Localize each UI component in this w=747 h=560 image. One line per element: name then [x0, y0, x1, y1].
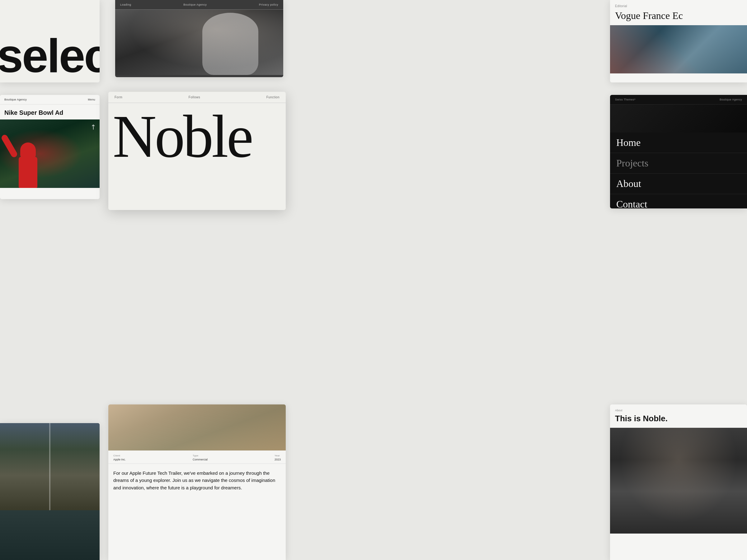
card-mid-left: Boutique Agency Menu Nike Super Bowl Ad … [0, 95, 100, 199]
meta-type: Type Commercial [193, 454, 208, 461]
nav-function[interactable]: Function [266, 96, 280, 99]
project-description: For our Apple Future Tech Trailer, we've… [108, 464, 286, 497]
figure-silhouette [202, 13, 258, 75]
nav-privacy: Privacy policy [259, 3, 278, 6]
card-bottom-center: Client Apple Inc. Type Commercial Year 2… [108, 404, 286, 560]
year-label: Year [275, 454, 281, 457]
dark-image [610, 105, 747, 133]
vogue-image [610, 25, 747, 74]
card-top-right: Editorial Vogue France Ec [610, 0, 747, 82]
menu-item-contact[interactable]: Contact [610, 194, 747, 209]
card-header: Boutique Agency Menu [0, 95, 100, 105]
player-figure [6, 132, 53, 188]
selec-text: selec [0, 32, 100, 79]
nav-form[interactable]: Form [114, 96, 122, 99]
card-center-noble: Form Follows Function Noble [108, 92, 286, 210]
player-arm [0, 134, 18, 158]
menu-label[interactable]: Menu [88, 98, 95, 101]
boutique-agency-label: Boutique Agency [720, 98, 742, 101]
menu-item-about[interactable]: About [610, 174, 747, 194]
arrow-icon: ↗ [88, 122, 98, 132]
nav-boutique: Boutique Agency [183, 3, 207, 6]
menu-items: Home Projects About Contact [610, 133, 747, 209]
menu-item-projects[interactable]: Projects [610, 153, 747, 174]
noble-logo-text: Noble [108, 103, 286, 167]
about-title: This is Noble. [610, 414, 747, 428]
noble-nav-row: Form Follows Function [108, 92, 286, 103]
brand-label: Boutique Agency [4, 98, 27, 101]
vogue-title: Vogue France Ec [610, 10, 747, 25]
apple-project-image [108, 404, 286, 451]
project-title: Nike Super Bowl Ad [0, 105, 100, 119]
card-top-center: Loading Boutique Agency Privacy policy [115, 0, 283, 77]
client-value: Apple Inc. [113, 458, 126, 461]
menu-item-home[interactable]: Home [610, 133, 747, 153]
card-bottom-right: About This is Noble. [610, 404, 747, 560]
card-top-left: selec [0, 0, 100, 82]
grid-container: selec Loading Boutique Agency Privacy po… [0, 0, 747, 560]
card-right-menu: Swiss Themes* Boutique Agency Home Proje… [610, 95, 747, 209]
lower-dark-section [0, 510, 100, 560]
meta-client: Client Apple Inc. [113, 454, 126, 461]
swiss-themes-label: Swiss Themes* [615, 98, 636, 101]
year-value: 2023 [275, 458, 281, 461]
meta-year: Year 2023 [275, 454, 281, 461]
road-image [0, 423, 100, 510]
player-helmet [20, 142, 36, 158]
person-image [610, 428, 747, 534]
top-center-nav: Loading Boutique Agency Privacy policy [115, 0, 283, 10]
nav-loading: Loading [120, 3, 131, 6]
meta-row: Client Apple Inc. Type Commercial Year 2… [108, 451, 286, 464]
player-body [19, 157, 37, 188]
card-bottom-left [0, 423, 100, 560]
right-menu-header: Swiss Themes* Boutique Agency [610, 95, 747, 105]
about-label: About [610, 404, 747, 414]
client-label: Client [113, 454, 126, 457]
type-label: Type [193, 454, 208, 457]
fashion-photo [115, 10, 283, 75]
nav-follows[interactable]: Follows [189, 96, 200, 99]
type-value: Commercial [193, 458, 208, 461]
nike-project-image: ↗ [0, 119, 100, 188]
editorial-label: Editorial [610, 0, 747, 10]
